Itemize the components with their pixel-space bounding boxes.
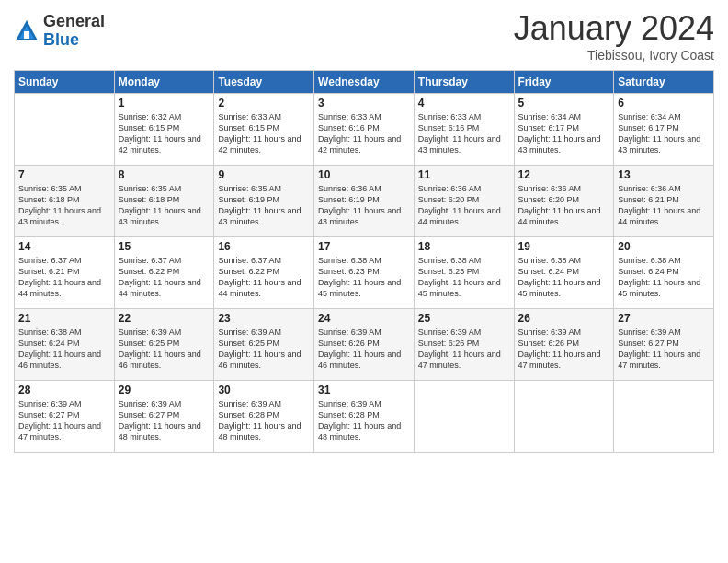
svg-rect-2: [24, 31, 29, 39]
day-info: Sunrise: 6:34 AMSunset: 6:17 PMDaylight:…: [518, 111, 610, 156]
header-friday: Friday: [514, 71, 614, 94]
day-number: 26: [518, 312, 610, 325]
calendar-header: Sunday Monday Tuesday Wednesday Thursday…: [15, 71, 714, 94]
day-info: Sunrise: 6:39 AMSunset: 6:25 PMDaylight:…: [218, 327, 310, 372]
day-number: 13: [618, 168, 710, 181]
day-number: 8: [119, 168, 210, 181]
day-info: Sunrise: 6:37 AMSunset: 6:21 PMDaylight:…: [18, 255, 110, 300]
logo-text: General Blue: [43, 13, 105, 50]
day-info: Sunrise: 6:36 AMSunset: 6:20 PMDaylight:…: [418, 183, 510, 228]
day-info: Sunrise: 6:35 AMSunset: 6:19 PMDaylight:…: [218, 183, 310, 228]
page: General Blue January 2024 Tiebissou, Ivo…: [0, 0, 728, 563]
day-number: 24: [318, 312, 410, 325]
day-info: Sunrise: 6:39 AMSunset: 6:27 PMDaylight:…: [18, 398, 110, 443]
header-thursday: Thursday: [414, 71, 514, 94]
day-info: Sunrise: 6:33 AMSunset: 6:16 PMDaylight:…: [418, 111, 510, 156]
calendar-week-1: 1Sunrise: 6:32 AMSunset: 6:15 PMDaylight…: [15, 94, 714, 166]
month-title: January 2024: [514, 9, 714, 48]
day-number: 21: [18, 312, 110, 325]
logo-general-text: General: [43, 13, 105, 31]
day-number: 17: [318, 240, 410, 253]
day-info: Sunrise: 6:37 AMSunset: 6:22 PMDaylight:…: [218, 255, 310, 300]
table-row: 26Sunrise: 6:39 AMSunset: 6:26 PMDayligh…: [514, 309, 614, 381]
calendar: Sunday Monday Tuesday Wednesday Thursday…: [14, 70, 714, 453]
day-info: Sunrise: 6:39 AMSunset: 6:26 PMDaylight:…: [518, 327, 610, 372]
table-row: 27Sunrise: 6:39 AMSunset: 6:27 PMDayligh…: [614, 309, 714, 381]
table-row: [514, 381, 614, 453]
day-info: Sunrise: 6:38 AMSunset: 6:23 PMDaylight:…: [318, 255, 410, 300]
day-info: Sunrise: 6:37 AMSunset: 6:22 PMDaylight:…: [119, 255, 210, 300]
day-number: 28: [18, 384, 110, 396]
day-number: 7: [18, 168, 110, 181]
day-info: Sunrise: 6:36 AMSunset: 6:19 PMDaylight:…: [318, 183, 410, 228]
day-info: Sunrise: 6:38 AMSunset: 6:24 PMDaylight:…: [18, 327, 110, 372]
day-number: 9: [218, 168, 310, 181]
table-row: 22Sunrise: 6:39 AMSunset: 6:25 PMDayligh…: [114, 309, 214, 381]
day-number: 12: [518, 168, 610, 181]
day-number: 27: [618, 312, 710, 325]
day-number: 6: [618, 97, 710, 109]
calendar-week-4: 21Sunrise: 6:38 AMSunset: 6:24 PMDayligh…: [15, 309, 714, 381]
day-number: 3: [318, 97, 410, 109]
header-tuesday: Tuesday: [214, 71, 314, 94]
day-number: 16: [218, 240, 310, 253]
day-info: Sunrise: 6:32 AMSunset: 6:15 PMDaylight:…: [119, 111, 210, 156]
table-row: 15Sunrise: 6:37 AMSunset: 6:22 PMDayligh…: [114, 237, 214, 309]
table-row: 16Sunrise: 6:37 AMSunset: 6:22 PMDayligh…: [214, 237, 314, 309]
day-number: 31: [318, 384, 410, 396]
day-number: 23: [218, 312, 310, 325]
day-number: 5: [518, 97, 610, 109]
day-number: 29: [119, 384, 210, 396]
table-row: 28Sunrise: 6:39 AMSunset: 6:27 PMDayligh…: [15, 381, 115, 453]
day-info: Sunrise: 6:39 AMSunset: 6:28 PMDaylight:…: [218, 398, 310, 443]
table-row: 31Sunrise: 6:39 AMSunset: 6:28 PMDayligh…: [314, 381, 415, 453]
table-row: 13Sunrise: 6:36 AMSunset: 6:21 PMDayligh…: [614, 166, 714, 237]
table-row: 1Sunrise: 6:32 AMSunset: 6:15 PMDaylight…: [114, 94, 214, 166]
table-row: 12Sunrise: 6:36 AMSunset: 6:20 PMDayligh…: [514, 166, 614, 237]
table-row: 21Sunrise: 6:38 AMSunset: 6:24 PMDayligh…: [15, 309, 115, 381]
day-info: Sunrise: 6:35 AMSunset: 6:18 PMDaylight:…: [119, 183, 210, 228]
header-row: Sunday Monday Tuesday Wednesday Thursday…: [15, 71, 714, 94]
day-info: Sunrise: 6:39 AMSunset: 6:27 PMDaylight:…: [618, 327, 710, 372]
table-row: 9Sunrise: 6:35 AMSunset: 6:19 PMDaylight…: [214, 166, 314, 237]
table-row: [414, 381, 514, 453]
day-number: 2: [218, 97, 310, 109]
header-sunday: Sunday: [15, 71, 115, 94]
logo-icon: [14, 18, 40, 44]
day-number: 20: [618, 240, 710, 253]
table-row: 17Sunrise: 6:38 AMSunset: 6:23 PMDayligh…: [314, 237, 415, 309]
day-number: 10: [318, 168, 410, 181]
day-info: Sunrise: 6:38 AMSunset: 6:23 PMDaylight:…: [418, 255, 510, 300]
table-row: [614, 381, 714, 453]
logo-blue-text: Blue: [43, 31, 105, 50]
table-row: 5Sunrise: 6:34 AMSunset: 6:17 PMDaylight…: [514, 94, 614, 166]
day-info: Sunrise: 6:39 AMSunset: 6:26 PMDaylight:…: [318, 327, 410, 372]
day-info: Sunrise: 6:33 AMSunset: 6:16 PMDaylight:…: [318, 111, 410, 156]
day-info: Sunrise: 6:38 AMSunset: 6:24 PMDaylight:…: [618, 255, 710, 300]
table-row: 6Sunrise: 6:34 AMSunset: 6:17 PMDaylight…: [614, 94, 714, 166]
table-row: 8Sunrise: 6:35 AMSunset: 6:18 PMDaylight…: [114, 166, 214, 237]
day-info: Sunrise: 6:39 AMSunset: 6:28 PMDaylight:…: [318, 398, 410, 443]
day-number: 4: [418, 97, 510, 109]
day-number: 22: [119, 312, 210, 325]
day-number: 18: [418, 240, 510, 253]
day-info: Sunrise: 6:38 AMSunset: 6:24 PMDaylight:…: [518, 255, 610, 300]
table-row: 14Sunrise: 6:37 AMSunset: 6:21 PMDayligh…: [15, 237, 115, 309]
day-info: Sunrise: 6:39 AMSunset: 6:26 PMDaylight:…: [418, 327, 510, 372]
day-info: Sunrise: 6:34 AMSunset: 6:17 PMDaylight:…: [618, 111, 710, 156]
header: General Blue January 2024 Tiebissou, Ivo…: [14, 9, 714, 63]
table-row: 11Sunrise: 6:36 AMSunset: 6:20 PMDayligh…: [414, 166, 514, 237]
header-saturday: Saturday: [614, 71, 714, 94]
table-row: 18Sunrise: 6:38 AMSunset: 6:23 PMDayligh…: [414, 237, 514, 309]
calendar-week-3: 14Sunrise: 6:37 AMSunset: 6:21 PMDayligh…: [15, 237, 714, 309]
day-number: 11: [418, 168, 510, 181]
day-info: Sunrise: 6:33 AMSunset: 6:15 PMDaylight:…: [218, 111, 310, 156]
subtitle: Tiebissou, Ivory Coast: [514, 48, 714, 63]
day-number: 19: [518, 240, 610, 253]
day-info: Sunrise: 6:35 AMSunset: 6:18 PMDaylight:…: [18, 183, 110, 228]
title-section: January 2024 Tiebissou, Ivory Coast: [514, 9, 714, 63]
header-monday: Monday: [114, 71, 214, 94]
day-info: Sunrise: 6:36 AMSunset: 6:20 PMDaylight:…: [518, 183, 610, 228]
table-row: 4Sunrise: 6:33 AMSunset: 6:16 PMDaylight…: [414, 94, 514, 166]
table-row: 23Sunrise: 6:39 AMSunset: 6:25 PMDayligh…: [214, 309, 314, 381]
